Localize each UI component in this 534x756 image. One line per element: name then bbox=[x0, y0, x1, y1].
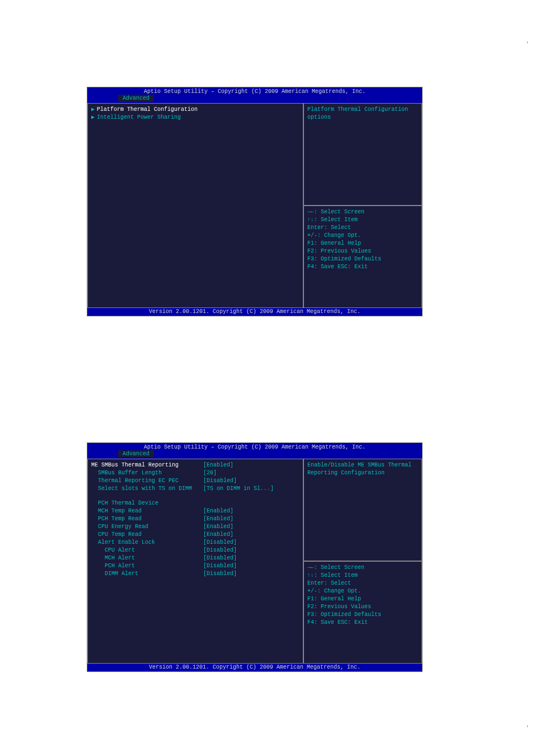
menu-value: [Disabled] bbox=[203, 554, 237, 562]
menu-label: Alert Enable Lock bbox=[98, 539, 203, 547]
menu-label: CPU Alert bbox=[105, 547, 203, 554]
main-panel: ▶ Platform Thermal Configuration ▶ Intel… bbox=[87, 103, 303, 308]
menu-item-intelligent-power[interactable]: ▶ Intelligent Power Sharing bbox=[91, 114, 299, 122]
menu-label: MCH Alert bbox=[105, 554, 203, 562]
menu-value: [Disabled] bbox=[203, 477, 237, 485]
tab-row: Advanced bbox=[87, 95, 422, 102]
bios-window-1: Aptio Setup Utility – Copyright (C) 2009… bbox=[87, 87, 423, 316]
menu-value: [Enabled] bbox=[203, 523, 233, 531]
title-bar: Aptio Setup Utility – Copyright (C) 2009… bbox=[87, 87, 422, 103]
key-f4-esc: F4: Save ESC: Exit bbox=[307, 619, 418, 627]
menu-item-dimm-alert[interactable]: DIMM Alert [Disabled] bbox=[91, 570, 299, 578]
key-f3: F3: Optimized Defaults bbox=[307, 255, 418, 263]
menu-item-alert-lock[interactable]: Alert Enable Lock [Disabled] bbox=[91, 539, 299, 547]
key-select-item: ↑↓: Select Item bbox=[307, 216, 418, 224]
key-f4-esc: F4: Save ESC: Exit bbox=[307, 263, 418, 271]
title-bar: Aptio Setup Utility – Copyright (C) 2009… bbox=[87, 443, 422, 459]
menu-label: Select slots with TS on DIMM bbox=[98, 485, 203, 493]
menu-item-pch-alert[interactable]: PCH Alert [Disabled] bbox=[91, 562, 299, 570]
menu-item-smbus-buffer[interactable]: SMBus Buffer Length [20] bbox=[91, 469, 299, 477]
menu-value: [TS on DIMM in Sl...] bbox=[203, 485, 274, 493]
key-f1: F1: General Help bbox=[307, 240, 418, 248]
menu-value: [Enabled] bbox=[203, 461, 233, 469]
key-enter: Enter: Select bbox=[307, 224, 418, 232]
tab-advanced[interactable]: Advanced bbox=[118, 95, 154, 102]
title-text: Aptio Setup Utility – Copyright (C) 2009… bbox=[87, 444, 422, 450]
menu-item-cpu-alert[interactable]: CPU Alert [Disabled] bbox=[91, 547, 299, 554]
key-f1: F1: General Help bbox=[307, 595, 418, 603]
menu-label: CPU Temp Read bbox=[98, 531, 203, 539]
menu-value: [Enabled] bbox=[203, 507, 233, 515]
submenu-arrow-icon: ▶ bbox=[91, 114, 95, 122]
submenu-arrow-icon: ▶ bbox=[91, 106, 95, 114]
menu-value: [20] bbox=[203, 469, 217, 477]
bios-body: ME SMBus Thermal Reporting [Enabled] SMB… bbox=[87, 459, 422, 664]
menu-item-me-smbus[interactable]: ME SMBus Thermal Reporting [Enabled] bbox=[91, 461, 299, 469]
menu-value: [Disabled] bbox=[203, 539, 237, 547]
key-select-screen: →←: Select Screen bbox=[307, 208, 418, 216]
title-text: Aptio Setup Utility – Copyright (C) 2009… bbox=[87, 88, 422, 95]
menu-label: DIMM Alert bbox=[105, 570, 203, 578]
menu-label: ME SMBus Thermal Reporting bbox=[91, 461, 203, 469]
menu-item-thermal-ec-pec[interactable]: Thermal Reporting EC PEC [Disabled] bbox=[91, 477, 299, 485]
keys-panel: →←: Select Screen ↑↓: Select Item Enter:… bbox=[303, 206, 422, 308]
keys-panel: →←: Select Screen ↑↓: Select Item Enter:… bbox=[303, 561, 422, 664]
tab-row: Advanced bbox=[87, 450, 422, 458]
footer-bar: Version 2.00.1201. Copyright (C) 2009 Am… bbox=[87, 308, 422, 316]
menu-label: Thermal Reporting EC PEC bbox=[98, 477, 203, 485]
menu-label: MCH Temp Read bbox=[98, 507, 203, 515]
page-marker-top: , bbox=[527, 36, 528, 44]
help-panel: Enable/Disable ME SMBus Thermal Reportin… bbox=[303, 459, 422, 561]
menu-value: [Disabled] bbox=[203, 562, 237, 570]
menu-label: CPU Energy Read bbox=[98, 523, 203, 531]
side-panel: Platform Thermal Configuration options →… bbox=[303, 103, 422, 308]
bios-body: ▶ Platform Thermal Configuration ▶ Intel… bbox=[87, 103, 422, 308]
tab-advanced[interactable]: Advanced bbox=[118, 450, 154, 458]
side-panel: Enable/Disable ME SMBus Thermal Reportin… bbox=[303, 459, 422, 664]
menu-label: SMBus Buffer Length bbox=[98, 469, 203, 477]
menu-item-mch-alert[interactable]: MCH Alert [Disabled] bbox=[91, 554, 299, 562]
menu-item-select-slots[interactable]: Select slots with TS on DIMM [TS on DIMM… bbox=[91, 485, 299, 493]
key-select-item: ↑↓: Select Item bbox=[307, 572, 418, 580]
footer-bar: Version 2.00.1201. Copyright (C) 2009 Am… bbox=[87, 664, 422, 671]
menu-item-cpu-energy[interactable]: CPU Energy Read [Enabled] bbox=[91, 523, 299, 531]
menu-value: [Disabled] bbox=[203, 570, 237, 578]
key-f3: F3: Optimized Defaults bbox=[307, 611, 418, 619]
menu-item-pch-temp[interactable]: PCH Temp Read [Enabled] bbox=[91, 515, 299, 523]
menu-label: PCH Temp Read bbox=[98, 515, 203, 523]
main-panel: ME SMBus Thermal Reporting [Enabled] SMB… bbox=[87, 459, 303, 664]
menu-value: [Disabled] bbox=[203, 547, 237, 554]
key-change-opt: +/-: Change Opt. bbox=[307, 232, 418, 240]
bios-window-2: Aptio Setup Utility – Copyright (C) 2009… bbox=[87, 442, 423, 672]
key-select-screen: →←: Select Screen bbox=[307, 564, 418, 572]
menu-value: [Enabled] bbox=[203, 515, 233, 523]
page-marker-bottom: , bbox=[527, 720, 528, 728]
section-header-pch: PCH Thermal Device bbox=[91, 500, 299, 507]
key-f2: F2: Previous Values bbox=[307, 248, 418, 255]
menu-item-cpu-temp[interactable]: CPU Temp Read [Enabled] bbox=[91, 531, 299, 539]
help-panel: Platform Thermal Configuration options bbox=[303, 103, 422, 206]
menu-item-platform-thermal[interactable]: ▶ Platform Thermal Configuration bbox=[91, 106, 299, 114]
key-f2: F2: Previous Values bbox=[307, 603, 418, 611]
menu-label: Intelligent Power Sharing bbox=[97, 114, 209, 122]
menu-label: Platform Thermal Configuration bbox=[97, 106, 209, 114]
menu-item-mch-temp[interactable]: MCH Temp Read [Enabled] bbox=[91, 507, 299, 515]
key-change-opt: +/-: Change Opt. bbox=[307, 587, 418, 595]
key-enter: Enter: Select bbox=[307, 580, 418, 587]
menu-value: [Enabled] bbox=[203, 531, 233, 539]
menu-label: PCH Alert bbox=[105, 562, 203, 570]
